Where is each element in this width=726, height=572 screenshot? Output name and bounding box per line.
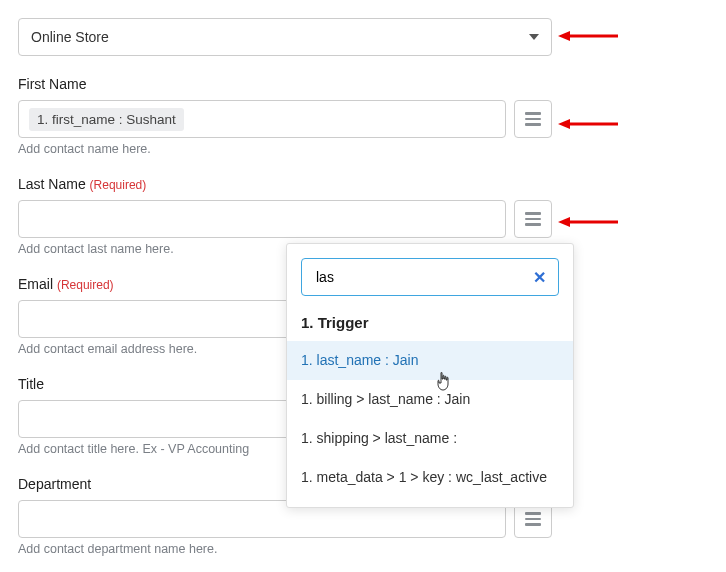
department-helper: Add contact department name here. [18, 542, 708, 556]
form-wrapper: Online Store First Name 1. first_name : … [18, 18, 708, 556]
dropdown-item-shipping-last-name[interactable]: 1. shipping > last_name : [287, 419, 573, 458]
email-label-text: Email [18, 276, 53, 292]
dropdown-search-box: ✕ [301, 258, 559, 296]
dropdown-heading: 1. Trigger [287, 310, 573, 341]
store-select[interactable]: Online Store [18, 18, 552, 56]
dropdown-item-billing-last-name[interactable]: 1. billing > last_name : Jain [287, 380, 573, 419]
first-name-label: First Name [18, 76, 708, 92]
dropdown-item-last-name[interactable]: 1. last_name : Jain [287, 341, 573, 380]
hamburger-icon [525, 212, 541, 226]
last-name-input[interactable] [18, 200, 506, 238]
hamburger-icon [525, 512, 541, 526]
dropdown-search-input[interactable] [314, 268, 500, 286]
last-name-field-mapper-button[interactable] [514, 200, 552, 238]
dropdown-item-meta-key[interactable]: 1. meta_data > 1 > key : wc_last_active [287, 458, 573, 497]
first-name-input[interactable]: 1. first_name : Sushant [18, 100, 506, 138]
svg-marker-1 [558, 31, 570, 41]
first-name-helper: Add contact name here. [18, 142, 708, 156]
first-name-group: First Name 1. first_name : Sushant Add c… [18, 76, 708, 156]
cursor-hand-icon [435, 372, 451, 392]
last-name-label: Last Name (Required) [18, 176, 708, 192]
first-name-tag: 1. first_name : Sushant [29, 108, 184, 131]
required-marker: (Required) [57, 278, 114, 292]
hamburger-icon [525, 112, 541, 126]
field-picker-dropdown: ✕ 1. Trigger 1. last_name : Jain 1. bill… [286, 243, 574, 508]
annotation-arrow [558, 30, 618, 42]
clear-search-icon[interactable]: ✕ [533, 268, 546, 287]
chevron-down-icon [529, 34, 539, 40]
first-name-field-mapper-button[interactable] [514, 100, 552, 138]
store-select-value: Online Store [31, 29, 109, 45]
last-name-label-text: Last Name [18, 176, 86, 192]
required-marker: (Required) [90, 178, 147, 192]
